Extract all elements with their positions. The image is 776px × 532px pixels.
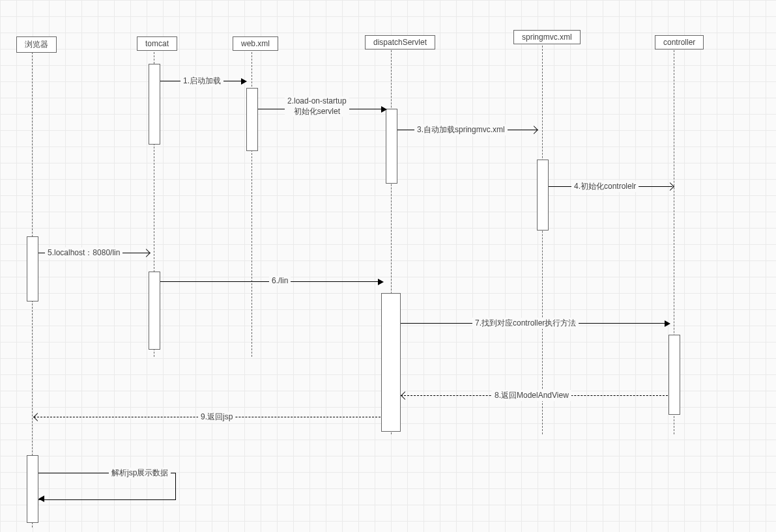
arrowhead-m4 — [666, 182, 674, 191]
arrowhead-m5 — [142, 249, 151, 257]
arrowhead-m1 — [241, 78, 247, 85]
label-m4: 4.初始化controlelr — [571, 181, 639, 192]
arrowhead-m6 — [378, 279, 384, 285]
label-m2: 2.load-on-startup 初始化servlet — [285, 96, 349, 117]
label-m10: 解析jsp展示数据 — [109, 468, 171, 479]
label-m1: 1.启动加载 — [180, 76, 223, 87]
participant-springmvc: springmvc.xml — [513, 30, 581, 44]
participant-webxml: web.xml — [233, 36, 278, 51]
participant-dispatch: dispatchServlet — [365, 35, 435, 49]
activation-browser-2 — [27, 455, 38, 523]
arrowhead-m10 — [38, 496, 44, 502]
label-m2a: 2.load-on-startup — [287, 96, 347, 107]
label-m6: 6./lin — [269, 276, 291, 285]
arrowhead-m2 — [381, 106, 387, 113]
activation-webxml-1 — [246, 88, 258, 151]
label-m3: 3.自动加载springmvc.xml — [414, 124, 508, 135]
participant-controller: controller — [655, 35, 704, 49]
arrowhead-m9 — [33, 413, 42, 421]
label-m7: 7.找到对应controller执行方法 — [472, 318, 579, 329]
activation-controller-1 — [668, 335, 680, 415]
activation-dispatch-1 — [386, 109, 397, 184]
label-m8: 8.返回ModelAndView — [492, 390, 571, 401]
label-m5: 5.localhost：8080/lin — [45, 247, 122, 259]
activation-tomcat-1 — [149, 64, 160, 145]
activation-browser-1 — [27, 236, 38, 301]
label-m9: 9.返回jsp — [198, 412, 235, 423]
label-m2b: 初始化servlet — [287, 107, 347, 117]
lifeline-springmvc — [542, 46, 543, 434]
activation-dispatch-2 — [381, 293, 401, 432]
arrowhead-m7 — [665, 320, 670, 327]
activation-springmvc-1 — [537, 160, 549, 231]
arrowhead-m3 — [530, 126, 538, 134]
participant-tomcat: tomcat — [137, 36, 177, 51]
participant-browser: 浏览器 — [16, 36, 57, 53]
arrowhead-m8 — [401, 391, 409, 400]
activation-tomcat-2 — [149, 272, 160, 350]
